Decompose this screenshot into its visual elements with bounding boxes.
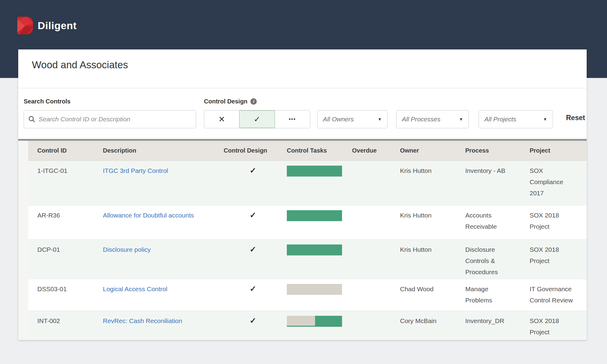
- content-card: Wood and Associates Search Controls Cont…: [18, 49, 587, 340]
- description-link[interactable]: Allowance for Doubtful accounts: [103, 212, 194, 219]
- info-icon[interactable]: i: [250, 98, 257, 105]
- check-icon: ✓: [250, 211, 256, 220]
- column-header-control-design[interactable]: Control Design: [224, 147, 282, 154]
- description-link[interactable]: ITGC 3rd Party Control: [103, 167, 168, 174]
- control-tasks-bar[interactable]: [287, 210, 342, 221]
- chevron-down-icon: ▼: [543, 117, 547, 122]
- control-tasks-cell: [282, 311, 346, 327]
- description-cell: Disclosure policy: [103, 240, 224, 255]
- check-icon: ✓: [250, 316, 256, 325]
- owner-cell: Kris Hutton: [395, 205, 460, 221]
- control-id-cell: DCP-01: [28, 240, 103, 255]
- table-row: INT-002 RevRec: Cash Reconiliation ✓ Cor…: [28, 311, 587, 340]
- control-id-cell: INT-002: [28, 311, 103, 326]
- control-design-cell: ✓: [224, 205, 282, 221]
- column-header-project[interactable]: Project: [525, 147, 587, 154]
- control-design-label-text: Control Design: [204, 98, 247, 105]
- design-pass-button[interactable]: ✓: [239, 110, 275, 128]
- process-cell: Inventory_DR: [460, 311, 525, 326]
- project-cell: SOX 2018 Project: [525, 311, 587, 338]
- column-header-owner[interactable]: Owner: [395, 147, 460, 154]
- search-controls-label-text: Search Controls: [24, 98, 70, 105]
- column-header-process[interactable]: Process: [460, 147, 525, 154]
- check-icon: ✓: [254, 115, 260, 124]
- table-body: 1-ITGC-01 ITGC 3rd Party Control ✓ Kris …: [28, 161, 587, 340]
- control-id-cell: DSS03-01: [28, 279, 103, 295]
- overdue-cell: [346, 205, 395, 210]
- column-header-control-tasks[interactable]: Control Tasks: [282, 147, 346, 154]
- project-cell: IT Governance Control Review: [525, 279, 587, 306]
- process-cell: Disclosure Controls & Procedures: [460, 240, 525, 278]
- owner-cell: Cory McBain: [395, 311, 460, 326]
- search-input-wrapper: [24, 110, 196, 128]
- ellipsis-icon: •••: [289, 116, 296, 122]
- description-cell: ITGC 3rd Party Control: [103, 161, 224, 176]
- diligent-logo: Diligent: [17, 17, 77, 34]
- control-design-cell: ✓: [224, 279, 282, 295]
- title-divider: [18, 88, 587, 88]
- description-cell: RevRec: Cash Reconiliation: [103, 311, 224, 326]
- project-cell: SOX 2018 Project: [525, 240, 587, 266]
- owner-cell: Chad Wood: [395, 279, 460, 295]
- control-tasks-cell: [282, 240, 346, 255]
- table-left-gutter: [18, 141, 28, 340]
- owners-dropdown[interactable]: All Owners ▼: [317, 110, 388, 128]
- diligent-logo-icon: [17, 17, 33, 34]
- table-row: DCP-01 Disclosure policy ✓ Kris Hutton D…: [28, 240, 587, 279]
- description-cell: Logical Access Control: [103, 279, 224, 295]
- control-design-toggle-group: ✕ ✓ •••: [204, 110, 310, 128]
- control-tasks-bar[interactable]: [287, 244, 342, 255]
- control-tasks-cell: [282, 279, 346, 295]
- process-cell: Manage Problems: [460, 279, 525, 306]
- table-row: AR-R36 Allowance for Doubtful accounts ✓…: [28, 205, 587, 240]
- design-fail-button[interactable]: ✕: [204, 110, 239, 128]
- search-input[interactable]: [39, 116, 192, 123]
- processes-dropdown[interactable]: All Processes ▼: [396, 110, 469, 128]
- control-tasks-bar[interactable]: [287, 166, 342, 177]
- overdue-cell: [346, 279, 395, 283]
- design-more-button[interactable]: •••: [275, 110, 310, 128]
- reset-button[interactable]: Reset: [566, 114, 585, 122]
- control-design-cell: ✓: [224, 161, 282, 177]
- process-cell: Inventory - AB: [460, 161, 525, 176]
- search-controls-label: Search Controls: [24, 98, 70, 105]
- controls-table: Control ID Description Control Design Co…: [28, 141, 587, 340]
- owners-dropdown-value: All Owners: [323, 116, 354, 123]
- check-icon: ✓: [250, 166, 256, 175]
- check-icon: ✓: [250, 245, 256, 254]
- project-cell: SOX 2018 Project: [525, 205, 587, 232]
- projects-dropdown[interactable]: All Projects ▼: [479, 110, 553, 128]
- control-tasks-bar[interactable]: [287, 316, 342, 327]
- description-link[interactable]: Disclosure policy: [103, 246, 151, 253]
- table-row: DSS03-01 Logical Access Control ✓ Chad W…: [28, 279, 587, 311]
- owner-cell: Kris Hutton: [395, 161, 460, 176]
- chevron-down-icon: ▼: [459, 117, 463, 122]
- description-cell: Allowance for Doubtful accounts: [103, 205, 224, 221]
- check-icon: ✓: [250, 284, 256, 293]
- description-link[interactable]: Logical Access Control: [103, 285, 167, 292]
- page-title: Wood and Associates: [32, 59, 128, 71]
- control-tasks-cell: [282, 205, 346, 221]
- control-design-cell: ✓: [224, 240, 282, 255]
- control-design-cell: ✓: [224, 311, 282, 327]
- search-icon: [28, 116, 36, 123]
- column-header-description[interactable]: Description: [103, 147, 224, 154]
- table-header-row: Control ID Description Control Design Co…: [28, 141, 587, 161]
- overdue-cell: [346, 161, 395, 165]
- processes-dropdown-value: All Processes: [402, 116, 440, 123]
- column-header-overdue[interactable]: Overdue: [346, 147, 395, 154]
- control-id-cell: 1-ITGC-01: [28, 161, 103, 176]
- chevron-down-icon: ▼: [378, 117, 382, 122]
- control-tasks-bar[interactable]: [287, 284, 342, 295]
- table-row: 1-ITGC-01 ITGC 3rd Party Control ✓ Kris …: [28, 161, 587, 205]
- brand-name: Diligent: [38, 20, 77, 32]
- column-header-control-id[interactable]: Control ID: [28, 147, 103, 154]
- owner-cell: Kris Hutton: [395, 240, 460, 255]
- control-design-label: Control Design i: [204, 98, 257, 105]
- description-link[interactable]: RevRec: Cash Reconiliation: [103, 317, 182, 324]
- control-tasks-cell: [282, 161, 346, 177]
- projects-dropdown-value: All Projects: [484, 116, 516, 123]
- overdue-cell: [346, 311, 395, 315]
- project-cell: SOX Compliance 2017: [525, 161, 587, 199]
- overdue-cell: [346, 240, 395, 244]
